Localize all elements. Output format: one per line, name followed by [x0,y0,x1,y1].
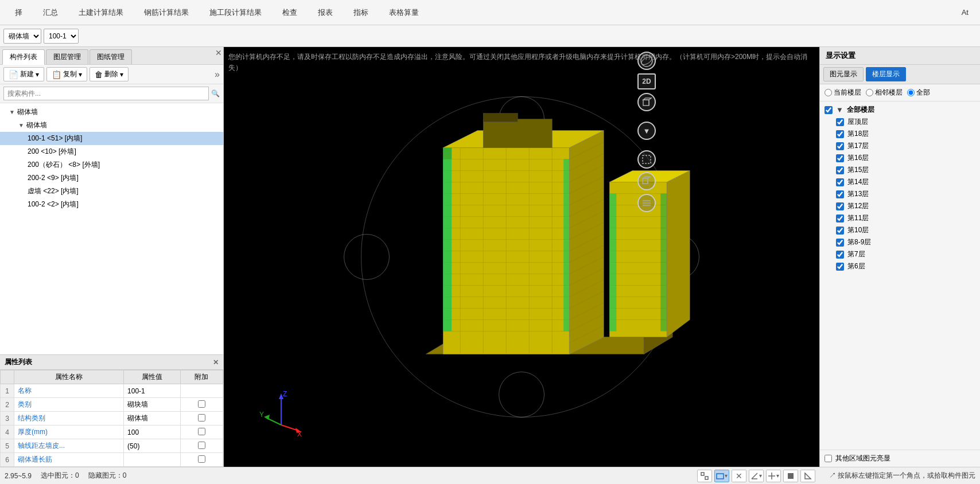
view-sphere-icon[interactable] [637,52,656,70]
attr-checkbox-5[interactable] [198,442,205,449]
other-region-checkbox[interactable] [825,455,832,462]
tool-x-btn[interactable]: ✕ [732,470,746,482]
tab-floor-display[interactable]: 楼层显示 [866,67,906,81]
list-view-icon[interactable] [637,194,656,212]
attr-name-2[interactable]: 类别 [14,398,124,412]
floor-item-89[interactable]: 第8-9层 [822,236,978,248]
copy-dropdown-icon[interactable]: ▾ [79,71,82,79]
left-panel-close-icon[interactable]: ✕ [215,48,222,57]
floor-item-16[interactable]: 第16层 [822,152,978,164]
floor-item-6[interactable]: 第6层 [822,260,978,272]
attr-checkbox-2[interactable] [198,400,205,408]
attr-name-3[interactable]: 结构类别 [14,412,124,426]
toolbar-expand-icon[interactable]: » [215,69,220,80]
floor-item-10[interactable]: 第10层 [822,224,978,236]
tool-dropdown-icon[interactable]: ▾ [725,473,728,479]
menu-item-check[interactable]: 检查 [272,0,308,25]
radio-current-floor[interactable]: 当前楼层 [825,88,861,97]
floor-item-7[interactable]: 第7层 [822,248,978,260]
floor-checkbox-18[interactable] [836,130,844,138]
floor-checkbox-89[interactable] [836,239,844,247]
menu-item-construction[interactable]: 施工段计算结果 [199,0,272,25]
attr-panel-close-icon[interactable]: ✕ [213,358,219,366]
angle-dropdown-icon[interactable]: ▾ [759,473,762,479]
toolbar-select-type[interactable]: 砌体墙 [3,29,41,44]
floor-checkbox-15[interactable] [836,166,844,174]
attr-extra-2[interactable] [180,398,223,412]
floor-item-14[interactable]: 第14层 [822,176,978,188]
menu-item-rebar[interactable]: 钢筋计算结果 [134,0,199,25]
attr-extra-3[interactable] [180,412,223,426]
floor-item-11[interactable]: 第11层 [822,212,978,224]
attr-extra-5[interactable] [180,439,223,453]
menu-item-summary[interactable]: 汇总 [33,0,68,25]
tree-item-1[interactable]: 200 <10> [外墙] [0,145,223,158]
attr-checkbox-4[interactable] [198,428,205,435]
floor-checkbox-roof[interactable] [836,118,844,126]
tree-item-0[interactable]: 100-1 <51> [内墙] [0,132,223,145]
new-dropdown-icon[interactable]: ▾ [36,71,39,79]
floor-checkbox-11[interactable] [836,214,844,223]
menu-item-select[interactable]: 择 [5,0,33,25]
menu-item-report[interactable]: 报表 [308,0,343,25]
floor-item-18[interactable]: 第18层 [822,128,978,140]
tool-angle-btn[interactable]: ▾ [749,470,764,482]
tree-item-2[interactable]: 200（砂石） <8> [外墙] [0,158,223,171]
3d-view-icon[interactable] [637,172,656,190]
attr-extra-6[interactable] [180,453,223,467]
radio-current-floor-input[interactable] [825,89,832,96]
attr-name-5[interactable]: 轴线距左墙皮... [14,439,124,453]
tab-element-display[interactable]: 图元显示 [823,67,864,81]
attr-checkbox-3[interactable] [198,414,205,421]
tab-component-list[interactable]: 构件列表 [2,49,45,65]
floor-item-roof[interactable]: 屋顶层 [822,116,978,128]
delete-button[interactable]: 🗑 删除 ▾ [90,67,129,81]
floor-item-15[interactable]: 第15层 [822,164,978,176]
tab-layer-management[interactable]: 图层管理 [46,49,88,64]
3d-cube-icon[interactable] [637,93,656,111]
floor-checkbox-all[interactable] [825,106,833,114]
tool-plus-btn[interactable]: ▾ [766,470,781,482]
attr-extra-4[interactable] [180,426,223,439]
floor-checkbox-10[interactable] [836,227,844,235]
tree-subgroup[interactable]: ▼ 砌体墙 [0,119,223,132]
floor-checkbox-14[interactable] [836,178,844,186]
floor-checkbox-16[interactable] [836,154,844,162]
floor-checkbox-13[interactable] [836,190,844,198]
radio-adjacent-floor-input[interactable] [866,89,873,96]
tree-item-3[interactable]: 200-2 <9> [内墙] [0,171,223,185]
tool-rect-select-btn[interactable]: ▾ [714,470,729,482]
attr-name-4[interactable]: 厚度(mm) [14,426,124,439]
copy-button[interactable]: 📋 复制 ▾ [46,67,87,81]
menu-item-indicator[interactable]: 指标 [343,0,379,25]
plus-dropdown-icon[interactable]: ▾ [776,473,779,479]
menu-item-table[interactable]: 表格算量 [379,0,429,25]
floor-checkbox-12[interactable] [836,202,844,210]
attr-name-1[interactable]: 名称 [14,384,124,398]
delete-dropdown-icon[interactable]: ▾ [120,71,123,79]
tree-root-group[interactable]: ▼ 砌体墙 [0,106,223,119]
floor-checkbox-6[interactable] [836,263,844,271]
tree-item-5[interactable]: 100-2 <2> [内墙] [0,198,223,211]
view-down-icon[interactable]: ▼ [637,122,656,140]
search-input[interactable] [3,87,209,100]
tool-corner-btn[interactable] [800,470,815,482]
attr-checkbox-6[interactable] [198,455,205,463]
floor-item-all[interactable]: ▼ 全部楼层 [822,104,978,116]
attr-name-6[interactable]: 砌体通长筋 [14,453,124,467]
2d-view-icon[interactable]: 2D [637,73,656,89]
viewport-3d[interactable]: 您的计算机内存不足，请及时保存工程以防内存不足造成内存溢出，注意风险。可通过关闭… [224,47,819,467]
tool-snap-btn[interactable] [697,470,712,482]
radio-all-floor[interactable]: 全部 [907,88,930,97]
radio-adjacent-floor[interactable]: 相邻楼层 [866,88,903,97]
radio-all-floor-input[interactable] [907,89,915,96]
toolbar-select-item[interactable]: 100-1 [44,29,79,44]
select-region-icon[interactable] [637,150,656,169]
menu-item-civil[interactable]: 土建计算结果 [68,0,134,25]
floor-item-13[interactable]: 第13层 [822,188,978,200]
floor-checkbox-7[interactable] [836,251,844,259]
tool-square-btn[interactable] [783,470,798,482]
floor-item-17[interactable]: 第17层 [822,140,978,152]
tree-item-4[interactable]: 虚墙 <22> [内墙] [0,185,223,198]
tab-drawing-management[interactable]: 图纸管理 [90,49,132,64]
